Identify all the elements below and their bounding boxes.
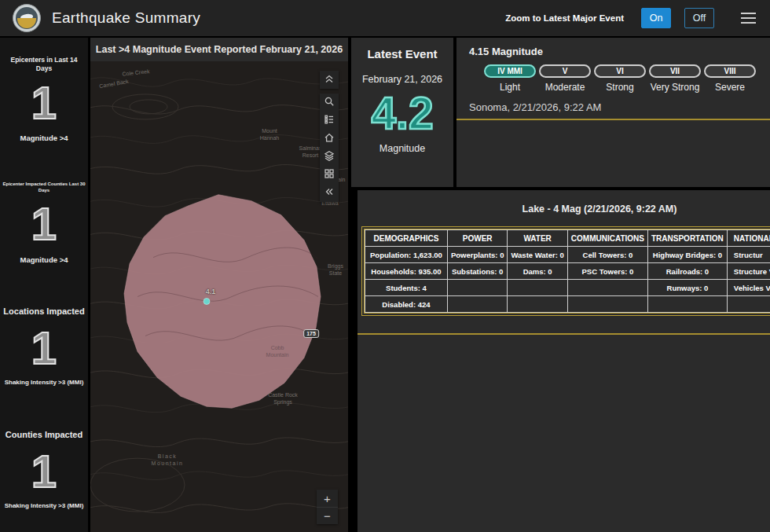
latest-event-date: February 21, 2026 <box>362 74 442 85</box>
map-layers-button[interactable] <box>320 148 339 166</box>
stat-value: 1 <box>31 328 57 369</box>
table-cell <box>508 296 567 313</box>
latest-event-title: Latest Event <box>367 47 437 61</box>
stat-label: Epicenter Impacted Counties Last 30 Days <box>2 182 86 193</box>
table-cell: Dams: 0 <box>508 263 567 280</box>
page-title: Earthquake Summary <box>52 9 200 27</box>
column-header: TRANSPORTATION <box>648 230 728 247</box>
mmi-step-iv: IV MMI Light <box>484 64 536 93</box>
table-cell: Structure Valu <box>727 263 770 280</box>
collapse-left-button[interactable] <box>320 184 339 202</box>
map-toolbar <box>320 71 339 202</box>
table-cell <box>567 280 647 296</box>
mmi-scale: IV MMI Light V Moderate VI Strong VII Ve… <box>484 64 770 93</box>
table-cell <box>567 296 647 313</box>
basemap-grid-icon <box>324 168 335 182</box>
map-canvas[interactable]: 4.1 175 Cole Creek Camel Back Mount Hann… <box>90 61 348 532</box>
table-cell: Disabled: 424 <box>365 296 448 313</box>
stat-label: Locations Impacted <box>3 306 84 317</box>
gold-separator <box>358 333 770 335</box>
zoom-in-button[interactable]: + <box>317 490 338 507</box>
mmi-step-vi: VI Strong <box>594 64 646 93</box>
table-cell: Households: 935.00 <box>365 263 448 280</box>
legend-list-icon <box>324 114 335 127</box>
chevrons-left-icon <box>324 186 335 200</box>
stat-epicenter-counties-30-days: Epicenter Impacted Counties Last 30 Days… <box>0 161 88 284</box>
mmi-caption: Severe <box>715 82 745 93</box>
table-cell <box>727 296 770 313</box>
stat-value: 1 <box>31 451 57 492</box>
stat-sublabel: Magnitude >4 <box>20 255 68 265</box>
epicenter-magnitude-label: 4.1 <box>206 288 216 295</box>
table-row: Population: 1,623.00 Powerplants: 0 Wast… <box>365 247 770 263</box>
column-header: NATIONAL STR <box>727 230 770 247</box>
stats-sidebar: Epicenters in Last 14 Days 1 Magnitude >… <box>0 38 88 532</box>
table-row: Disabled: 424 <box>365 296 770 313</box>
mmi-caption: Very Strong <box>651 82 700 93</box>
stat-label: Epicenters in Last 14 Days <box>2 56 86 72</box>
search-icon <box>324 96 335 109</box>
map-search-button[interactable] <box>320 94 339 112</box>
stat-sublabel: Shaking Intensity >3 (MMI) <box>5 379 84 387</box>
column-header: POWER <box>447 230 508 247</box>
table-cell: Substations: 0 <box>447 263 508 280</box>
chevrons-up-icon <box>324 73 335 86</box>
mmi-pill-vi[interactable]: VI <box>594 64 646 78</box>
table-cell: Waste Water: 0 <box>508 247 567 263</box>
table-cell: Cell Towers: 0 <box>567 247 647 263</box>
latest-event-panel: Latest Event February 21, 2026 4.2 Magni… <box>351 38 453 187</box>
home-icon <box>324 132 335 145</box>
table-header-row: DEMOGRAPHICS POWER WATER COMMUNICATIONS … <box>365 230 770 247</box>
zoom-out-button[interactable]: − <box>317 507 338 524</box>
collapse-up-button[interactable] <box>320 71 339 89</box>
impact-panel-title: Lake - 4 Mag (2/21/2026, 9:22 AM) <box>361 204 770 215</box>
stat-value: 1 <box>31 83 57 123</box>
zoom-toggle-label: Zoom to Latest Major Event <box>505 13 624 23</box>
map-terrain <box>90 61 348 532</box>
table-cell: Runways: 0 <box>648 280 728 296</box>
app-header: Earthquake Summary Zoom to Latest Major … <box>0 0 770 36</box>
table-cell: Powerplants: 0 <box>447 247 508 263</box>
mmi-scale-panel: 4.15 Magnitude IV MMI Light V Moderate V… <box>456 38 770 187</box>
zoom-off-button[interactable]: Off <box>684 8 714 28</box>
layers-icon <box>324 150 335 163</box>
table-cell <box>508 280 567 296</box>
stat-locations-impacted: Locations Impacted 1 Shaking Intensity >… <box>0 285 88 409</box>
basemap-gallery-button[interactable] <box>320 166 339 184</box>
stat-counties-impacted: Counties Impacted 1 Shaking Intensity >3… <box>0 409 88 532</box>
column-header: WATER <box>508 230 567 247</box>
table-cell: Structur <box>727 247 770 263</box>
table-cell <box>447 296 508 313</box>
map-legend-button[interactable] <box>320 112 339 130</box>
mmi-caption: Strong <box>606 82 633 93</box>
mmi-step-vii: VII Very Strong <box>649 64 701 93</box>
table-row: Students: 4 Runways: 0 Vehicles Valu <box>365 280 770 296</box>
event-list-item[interactable]: Sonoma, 2/21/2026, 9:22 AM <box>456 101 770 120</box>
table-row: Households: 935.00 Substations: 0 Dams: … <box>365 263 770 280</box>
table-cell: Highway Bridges: 0 <box>648 247 728 263</box>
mmi-panel-title: 4.15 Magnitude <box>456 38 770 57</box>
latest-event-magnitude: 4.2 <box>371 91 433 136</box>
map-panel: Last >4 Magnitude Event Reported Februar… <box>90 38 348 532</box>
mmi-pill-v[interactable]: V <box>539 64 591 78</box>
table-cell: Population: 1,623.00 <box>365 247 448 263</box>
map-home-button[interactable] <box>320 130 339 148</box>
map-zoom-control: + − <box>317 490 338 524</box>
mmi-pill-viii[interactable]: VIII <box>704 64 756 78</box>
mmi-step-viii: VIII Severe <box>704 64 756 93</box>
mmi-pill-vii[interactable]: VII <box>649 64 701 78</box>
impact-table: DEMOGRAPHICS POWER WATER COMMUNICATIONS … <box>361 226 770 316</box>
zoom-on-button[interactable]: On <box>641 8 671 28</box>
mmi-step-v: V Moderate <box>539 64 591 93</box>
mmi-pill-iv[interactable]: IV MMI <box>484 64 536 78</box>
table-cell <box>648 296 728 313</box>
table-cell <box>447 280 508 296</box>
latest-event-caption: Magnitude <box>380 143 425 154</box>
column-header: COMMUNICATIONS <box>567 230 647 247</box>
impact-summary-panel: Lake - 4 Mag (2/21/2026, 9:22 AM) DEMOGR… <box>358 190 770 532</box>
column-header: DEMOGRAPHICS <box>365 230 448 247</box>
table-cell: PSC Towers: 0 <box>567 263 647 280</box>
table-cell: Vehicles Valu <box>727 280 770 296</box>
menu-icon[interactable] <box>739 9 757 27</box>
mmi-caption: Light <box>500 82 520 93</box>
